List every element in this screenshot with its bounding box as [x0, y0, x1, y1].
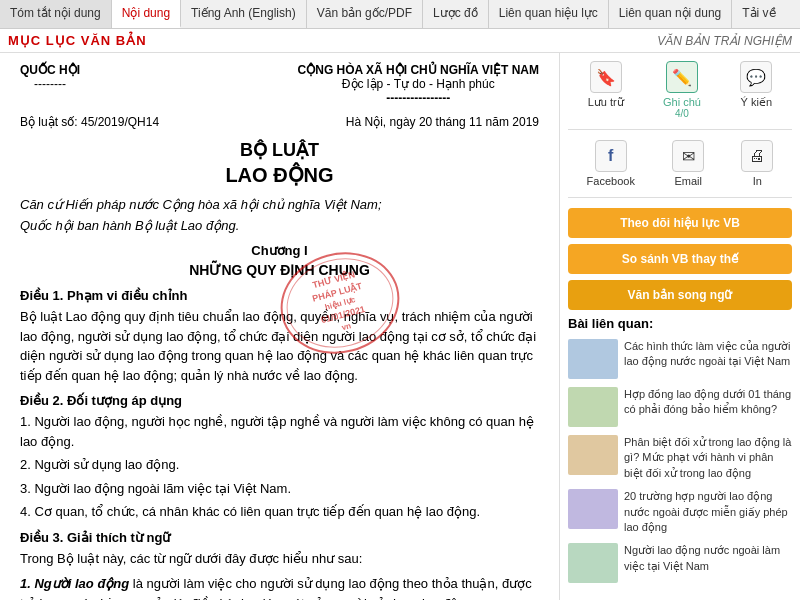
bo-luat-so: Bộ luật số: 45/2019/QH14 Hà Nội, ngày 20…: [20, 115, 539, 129]
ghi-chu-icon: ✏️: [666, 61, 698, 93]
article2-item4: 4. Cơ quan, tổ chức, cá nhân khác có liê…: [20, 502, 539, 522]
email-btn[interactable]: ✉ Email: [672, 140, 704, 187]
quoc-hoi-label: QUỐC HỘI: [20, 63, 80, 77]
right-sidebar: 🔖 Lưu trữ ✏️ Ghi chú 4/0 💬 Ý kiến f Face…: [560, 53, 800, 600]
article2-title: Điều 2. Đối tượng áp dụng: [20, 393, 539, 408]
facebook-btn[interactable]: f Facebook: [587, 140, 635, 187]
ghi-chu-btn[interactable]: ✏️ Ghi chú 4/0: [663, 61, 701, 119]
related-text-3: 20 trường hợp người lao động nước ngoài …: [624, 489, 792, 535]
section-header: MỤC LỤC VĂN BẢN VĂN BẢN TRẢI NGHIỆM: [0, 29, 800, 53]
related-text-4: Người lao động nước ngoài làm việc tại V…: [624, 543, 792, 583]
related-item-1[interactable]: Hợp đồng lao động dưới 01 tháng có phải …: [568, 387, 792, 427]
related-item-4[interactable]: Người lao động nước ngoài làm việc tại V…: [568, 543, 792, 583]
article2-item2: 2. Người sử dụng lao động.: [20, 455, 539, 475]
bo-luat-so-text: Bộ luật số: 45/2019/QH14: [20, 115, 159, 129]
article2-item1: 1. Người lao động, người học nghề, người…: [20, 412, 539, 451]
doc-header-right: CỘNG HÒA XÃ HỘI CHỦ NGHĨA VIỆT NAM Độc l…: [298, 63, 539, 105]
cong-hoa-label: CỘNG HÒA XÃ HỘI CHỦ NGHĨA VIỆT NAM: [298, 63, 539, 77]
nav-noi-dung[interactable]: Nội dung: [112, 0, 181, 28]
related-text-1: Hợp đồng lao động dưới 01 tháng có phải …: [624, 387, 792, 427]
top-nav: Tóm tắt nội dung Nội dung Tiếng Anh (Eng…: [0, 0, 800, 29]
muc-luc-label: MỤC LỤC VĂN BẢN: [8, 33, 147, 48]
article2-item3: 3. Người lao động ngoài lãm việc tại Việ…: [20, 479, 539, 499]
action-buttons-row1: 🔖 Lưu trữ ✏️ Ghi chú 4/0 💬 Ý kiến: [568, 61, 792, 130]
ghi-chu-label: Ghi chú: [663, 96, 701, 108]
nav-van-ban-goc[interactable]: Văn bản gốc/PDF: [307, 0, 423, 28]
related-item-2[interactable]: Phân biệt đối xử trong lao động là gì? M…: [568, 435, 792, 481]
facebook-icon: f: [595, 140, 627, 172]
chapter-title: NHỮNG QUY ĐỊNH CHUNG: [20, 262, 539, 278]
related-text-2: Phân biệt đối xử trong lao động là gì? M…: [624, 435, 792, 481]
van-ban-song-ngu-btn[interactable]: Văn bản song ngữ: [568, 280, 792, 310]
doc-title-line1: BỘ LUẬT: [20, 139, 539, 161]
doc-lac-label: Độc lập - Tự do - Hạnh phúc: [298, 77, 539, 91]
doc-content: QUỐC HỘI -------- CỘNG HÒA XÃ HỘI CHỦ NG…: [0, 53, 560, 600]
doc-title-line2: LAO ĐỘNG: [20, 163, 539, 187]
ghi-chu-count: 4/0: [675, 108, 689, 119]
related-img-1: [568, 387, 618, 427]
nav-lien-quan-hieu-luc[interactable]: Liên quan hiệu lực: [489, 0, 609, 28]
article3-intro: Trong Bộ luật này, các từ ngữ dưới đây đ…: [20, 549, 539, 569]
luu-tru-icon: 🔖: [590, 61, 622, 93]
related-img-3: [568, 489, 618, 529]
luu-tru-label: Lưu trữ: [588, 96, 624, 109]
nav-tai-ve[interactable]: Tải về: [732, 0, 785, 28]
luu-tru-btn[interactable]: 🔖 Lưu trữ: [588, 61, 624, 119]
doc-intro2: Quốc hội ban hành Bộ luật Lao động.: [20, 218, 539, 233]
email-icon: ✉: [672, 140, 704, 172]
chapter-header: Chương I: [20, 243, 539, 258]
y-kien-btn[interactable]: 💬 Ý kiến: [740, 61, 772, 119]
nav-tom-tat[interactable]: Tóm tắt nội dung: [0, 0, 112, 28]
related-img-4: [568, 543, 618, 583]
facebook-label: Facebook: [587, 175, 635, 187]
related-img-2: [568, 435, 618, 475]
nav-tieng-anh[interactable]: Tiếng Anh (English): [181, 0, 307, 28]
theo-doi-btn[interactable]: Theo dõi hiệu lực VB: [568, 208, 792, 238]
y-kien-label: Ý kiến: [741, 96, 772, 109]
article1-text: Bộ luật Lao động quy định tiêu chuẩn lao…: [20, 307, 539, 385]
doc-header-left: QUỐC HỘI --------: [20, 63, 80, 105]
article1-title: Điều 1. Phạm vi điều chỉnh: [20, 288, 539, 303]
so-sanh-btn[interactable]: So sánh VB thay thế: [568, 244, 792, 274]
print-label: In: [753, 175, 762, 187]
article3-title: Điều 3. Giải thích từ ngữ: [20, 530, 539, 545]
article3-item1: 1. Người lao động là người làm việc cho …: [20, 574, 539, 600]
doc-header: QUỐC HỘI -------- CỘNG HÒA XÃ HỘI CHỦ NG…: [20, 63, 539, 105]
bai-lien-quan-header: Bài liên quan:: [568, 316, 792, 331]
print-icon: 🖨: [741, 140, 773, 172]
nav-lien-quan-noi-dung[interactable]: Liên quan nội dung: [609, 0, 732, 28]
related-item-0[interactable]: Các hình thức làm việc của người lao độn…: [568, 339, 792, 379]
email-label: Email: [674, 175, 702, 187]
main-layout: QUỐC HỘI -------- CỘNG HÒA XÃ HỘI CHỦ NG…: [0, 53, 800, 600]
right-divider: ----------------: [298, 91, 539, 105]
left-divider: --------: [20, 77, 80, 91]
action-buttons-row2: f Facebook ✉ Email 🖨 In: [568, 140, 792, 198]
related-item-3[interactable]: 20 trường hợp người lao động nước ngoài …: [568, 489, 792, 535]
related-text-0: Các hình thức làm việc của người lao độn…: [624, 339, 792, 379]
nav-luoc-do[interactable]: Lược đồ: [423, 0, 489, 28]
print-btn[interactable]: 🖨 In: [741, 140, 773, 187]
doc-intro1: Căn cứ Hiến pháp nước Cộng hòa xã hội ch…: [20, 197, 539, 212]
y-kien-icon: 💬: [740, 61, 772, 93]
article3-item1-bold: 1. Người lao động: [20, 576, 129, 591]
van-ban-label: VĂN BẢN TRẢI NGHIỆM: [657, 34, 792, 48]
ha-noi-date: Hà Nội, ngày 20 tháng 11 năm 2019: [346, 115, 539, 129]
related-img-0: [568, 339, 618, 379]
